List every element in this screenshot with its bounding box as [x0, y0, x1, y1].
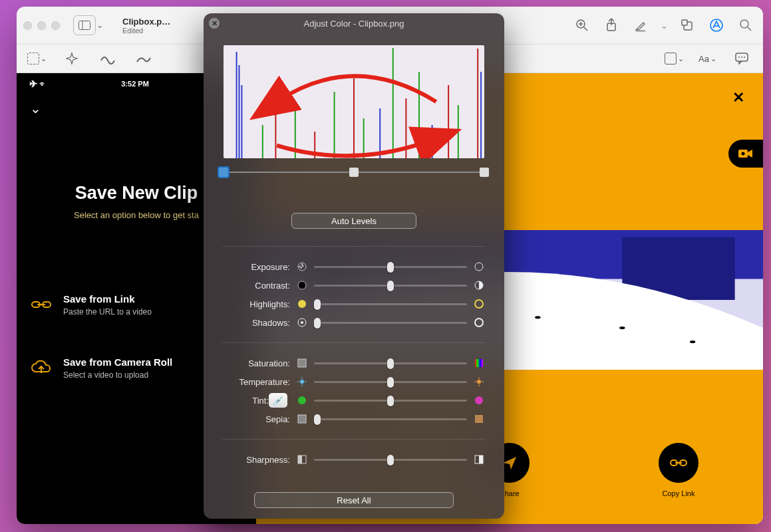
text-style-label: Aa — [698, 54, 709, 64]
saturation-slider[interactable] — [314, 362, 467, 364]
sepia-slider[interactable] — [314, 418, 467, 420]
share-button[interactable] — [601, 15, 622, 36]
instant-alpha-button[interactable] — [61, 48, 82, 69]
panel-titlebar[interactable]: ✕ Adjust Color - Clipbox.png — [204, 13, 504, 33]
record-button — [728, 140, 763, 168]
document-status: Edited — [122, 27, 170, 35]
exposure-slider[interactable] — [314, 266, 467, 268]
sparkle-icon — [65, 52, 78, 65]
shadows-high-icon — [471, 318, 487, 327]
slider-thumb[interactable] — [314, 414, 321, 425]
sepia-label: Sepia: — [221, 414, 290, 424]
svg-point-78 — [298, 396, 306, 404]
sidebar-icon — [78, 21, 90, 30]
highlights-low-icon — [294, 299, 310, 309]
svg-rect-85 — [479, 456, 483, 464]
auto-levels-button[interactable]: Auto Levels — [291, 213, 416, 229]
slider-thumb[interactable] — [387, 358, 394, 369]
slider-thumb[interactable] — [387, 281, 394, 291]
tint-slider[interactable] — [314, 400, 467, 402]
zoom-in-button[interactable] — [571, 15, 593, 36]
option-link-title: Save from Link — [63, 293, 152, 305]
sketch-button[interactable] — [97, 48, 118, 69]
contrast-low-icon — [294, 281, 310, 290]
svg-rect-10 — [682, 20, 687, 25]
window-controls[interactable] — [23, 21, 60, 30]
saturation-low-icon — [294, 358, 310, 368]
rotate-icon — [681, 19, 694, 32]
minimize-window-icon[interactable] — [37, 21, 46, 30]
search-button[interactable] — [735, 15, 756, 36]
shadows-row: Shadows: — [204, 313, 504, 332]
slider-thumb[interactable] — [314, 318, 321, 329]
tint-magenta-icon — [471, 396, 487, 405]
eyedropper-button[interactable]: 💉 — [269, 393, 287, 408]
close-icon: ✕ — [732, 89, 744, 106]
fill-icon — [665, 53, 677, 65]
slider-thumb[interactable] — [387, 377, 394, 388]
levels-mid-handle[interactable] — [349, 168, 359, 177]
draw-icon — [136, 53, 152, 65]
sharpness-slider[interactable] — [314, 459, 467, 461]
highlight-dropdown[interactable]: ⌄ — [659, 15, 669, 36]
slider-thumb[interactable] — [387, 396, 394, 406]
copylink-action: Copy Link — [659, 443, 698, 497]
copylink-label: Copy Link — [663, 489, 695, 497]
sketch-icon — [100, 53, 116, 65]
statusbar-time: 3:52 PM — [121, 80, 149, 88]
tint-green-icon — [294, 396, 310, 405]
temperature-cold-icon — [294, 377, 310, 386]
svg-point-68 — [300, 380, 304, 384]
svg-point-61 — [298, 300, 306, 308]
levels-slider[interactable] — [224, 172, 484, 173]
panel-title: Adjust Color - Clipbox.png — [303, 19, 404, 29]
temperature-slider[interactable] — [314, 381, 467, 383]
svg-point-79 — [475, 396, 483, 404]
contrast-slider[interactable] — [314, 285, 467, 287]
zoom-window-icon[interactable] — [51, 21, 60, 30]
levels-black-handle[interactable] — [219, 168, 228, 177]
aperture-light-icon — [471, 262, 487, 271]
temperature-label: Temperature: — [221, 377, 290, 387]
shadows-slider[interactable] — [314, 322, 467, 324]
svg-point-59 — [298, 281, 306, 289]
sepia-row: Sepia: — [204, 410, 504, 428]
svg-point-64 — [301, 321, 303, 324]
sidebar-toggle-button[interactable] — [73, 15, 96, 35]
draw-button[interactable] — [133, 48, 154, 69]
selection-icon — [27, 53, 39, 65]
svg-point-16 — [741, 57, 742, 58]
close-window-icon[interactable] — [23, 21, 32, 30]
sharpness-high-icon — [471, 455, 487, 464]
svg-rect-67 — [475, 359, 483, 367]
camera-icon — [738, 148, 754, 160]
link-icon — [30, 293, 53, 316]
reset-all-button[interactable]: Reset All — [254, 492, 454, 508]
highlight-button[interactable] — [630, 15, 651, 36]
zoom-in-icon — [575, 19, 589, 32]
cloud-upload-icon — [30, 356, 53, 379]
svg-point-12 — [740, 20, 748, 28]
slider-thumb[interactable] — [387, 262, 394, 273]
highlights-row: Highlights: — [204, 295, 504, 313]
svg-line-13 — [748, 27, 751, 31]
fill-color-button[interactable]: ⌄ — [665, 53, 684, 65]
markup-button[interactable] — [706, 15, 727, 36]
histogram — [224, 45, 484, 158]
highlights-slider[interactable] — [314, 303, 467, 305]
svg-rect-81 — [475, 415, 483, 423]
annotate-button[interactable] — [731, 48, 752, 69]
svg-rect-83 — [298, 456, 302, 464]
rotate-button[interactable] — [677, 15, 698, 36]
tint-row: Tint: 💉 — [204, 391, 504, 410]
svg-point-23 — [742, 152, 745, 156]
panel-close-button[interactable]: ✕ — [209, 18, 220, 29]
exposure-row: Exposure: — [204, 257, 504, 276]
text-style-button[interactable]: Aa⌄ — [698, 54, 716, 64]
slider-thumb[interactable] — [387, 455, 394, 466]
levels-white-handle[interactable] — [480, 168, 489, 177]
highlights-label: Highlights: — [221, 299, 290, 309]
temperature-row: Temperature: — [204, 372, 504, 391]
selection-tool-button[interactable]: ⌄ — [27, 53, 47, 65]
slider-thumb[interactable] — [314, 299, 321, 310]
